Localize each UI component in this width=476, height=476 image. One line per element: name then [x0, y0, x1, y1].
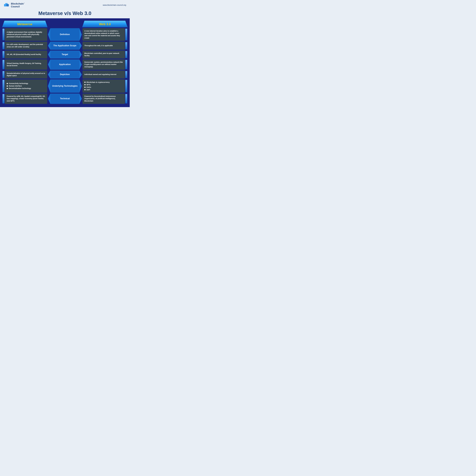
right-text-target: Blockchain controlled, peer-to-peer netw…	[84, 52, 123, 57]
right-tab-7	[125, 94, 127, 103]
web3-header-title: Web 3.0	[99, 22, 111, 26]
left-bullets-technologies: Connectivity technology Human interface …	[7, 82, 31, 90]
center-label-technologies: Underlying Technologies	[52, 85, 78, 87]
left-text-technical: Powered by wifi6, 6G, Spatial computing(…	[7, 95, 45, 102]
right-arrow-technical	[79, 94, 82, 104]
right-arrow-scope	[79, 42, 82, 50]
row-scope: It is still under development, and the p…	[2, 42, 128, 50]
right-bullet-3: DAOs	[84, 86, 110, 88]
left-arrow-definition	[48, 28, 50, 41]
right-tab-2	[125, 42, 127, 49]
right-bullet-1: Blockchain & cryptocurrency	[84, 81, 110, 84]
bullet-dot-1	[7, 83, 8, 84]
main-title: Metaverse v/s Web 3.0	[0, 11, 130, 16]
right-tab-5	[125, 71, 127, 78]
right-text-depiction: Individual owned and regulating internet	[84, 73, 116, 76]
right-text-application: Democratic system, permissionless networ…	[84, 61, 123, 68]
bullet-dot-r4	[84, 89, 85, 90]
left-text-scope: It is still under development, and the p…	[7, 43, 45, 48]
left-tab-2	[2, 42, 4, 49]
right-cell-technical: Powered by Decentralized Autonomous Orga…	[83, 94, 125, 104]
left-cell-technologies: Connectivity technology Human interface …	[5, 79, 47, 93]
right-cell-depiction: Individual owned and regulating internet	[83, 70, 125, 79]
center-label-technical: Technical	[60, 97, 70, 100]
left-arrow-scope	[48, 42, 50, 50]
center-scope: The Application Scope	[48, 42, 82, 50]
row-depiction: Dematerialization of physical entity aro…	[2, 70, 128, 79]
right-bullet-2: NFTs	[84, 84, 110, 86]
left-cell-depiction: Dematerialization of physical entity aro…	[5, 70, 47, 79]
right-bullets-technologies: Blockchain & cryptocurrency NFTs DAOs De…	[84, 81, 110, 91]
row-technologies: Connectivity technology Human interface …	[2, 79, 128, 93]
left-arrow-application	[48, 59, 50, 70]
right-cell-definition: A new internet iteration aims to establi…	[83, 28, 125, 41]
bullet-dot-3	[7, 88, 8, 89]
left-bullet-2: Human interface	[7, 85, 31, 87]
left-bullet-1: Connectivity technology	[7, 82, 31, 85]
row-application: Virtual Gaming, Health Surgery, 3d Train…	[2, 59, 128, 70]
left-cell-scope: It is still under development, and the p…	[5, 42, 47, 50]
center-body-technical: Technical	[50, 94, 79, 104]
left-tab-6	[2, 80, 4, 92]
left-cell-target: VR, AR, XR (Extended Reality) world faci…	[5, 51, 47, 59]
web3-header: Web 3.0	[82, 21, 128, 27]
bullet-dot-r1	[84, 82, 85, 83]
bullet-dot-2	[7, 85, 8, 87]
metaverse-header: Metaverse	[2, 21, 48, 27]
right-bullet-4: DeFi	[84, 88, 110, 91]
right-arrow-depiction	[79, 70, 82, 79]
left-bullet-3: Decentralization technology	[7, 87, 31, 90]
left-tab-1	[2, 29, 4, 40]
right-arrow-definition	[79, 28, 82, 41]
right-arrow-target	[79, 51, 82, 59]
right-cell-scope: Throughout the web, it is applicable	[83, 42, 125, 50]
blockchain-logo-icon	[3, 2, 10, 8]
bullet-dot-r2	[84, 84, 85, 85]
row-definition: A digital environment that combines digi…	[2, 28, 128, 41]
center-technical: Technical	[48, 94, 82, 104]
right-arrow-application	[79, 59, 82, 70]
center-target: Target	[48, 51, 82, 59]
center-label-scope: The Application Scope	[53, 44, 76, 47]
center-body-target: Target	[50, 51, 79, 59]
right-tab-1	[125, 29, 127, 40]
center-depiction: Depiction	[48, 70, 82, 79]
column-headers: Metaverse Web 3.0	[2, 21, 128, 27]
right-arrow-technologies	[79, 79, 82, 93]
center-application: Application	[48, 59, 82, 70]
row-technical: Powered by wifi6, 6G, Spatial computing(…	[2, 94, 128, 104]
right-text-technical: Powered by Decentralized Autonomous Orga…	[84, 95, 123, 102]
left-text-target: VR, AR, XR (Extended Reality) world faci…	[7, 53, 41, 56]
left-arrow-technologies	[48, 79, 50, 93]
left-tab-7	[2, 94, 4, 103]
center-label-target: Target	[62, 53, 68, 56]
right-cell-target: Blockchain controlled, peer-to-peer netw…	[83, 51, 125, 59]
right-text-scope: Throughout the web, it is applicable	[84, 45, 113, 47]
logo-text: Blockchain™ Council	[11, 2, 25, 8]
right-tab-6	[125, 80, 127, 92]
right-tab-4	[125, 60, 127, 69]
left-arrow-depiction	[48, 70, 50, 79]
metaverse-header-title: Metaverse	[17, 22, 32, 26]
center-body-definition: Definition	[50, 28, 79, 41]
logo-name: Blockchain™	[11, 2, 25, 5]
right-cell-application: Democratic system, permissionless networ…	[83, 59, 125, 70]
main-title-area: Metaverse v/s Web 3.0	[0, 9, 130, 18]
svg-rect-2	[6, 4, 9, 6]
left-cell-technical: Powered by wifi6, 6G, Spatial computing(…	[5, 94, 47, 104]
bullet-dot-r3	[84, 87, 85, 88]
left-text-depiction: Dematerialization of physical entity aro…	[7, 72, 45, 77]
header: Blockchain™ Council www.blockchain-counc…	[0, 0, 130, 9]
website-url: www.blockchain-council.org	[103, 4, 126, 6]
left-text-application: Virtual Gaming, Health Surgery, 3d Train…	[7, 62, 45, 67]
left-cell-definition: A digital environment that combines digi…	[5, 28, 47, 41]
left-cell-application: Virtual Gaming, Health Surgery, 3d Train…	[5, 59, 47, 70]
content-area: Metaverse Web 3.0 A digital environment …	[0, 18, 130, 107]
center-definition: Definition	[48, 28, 82, 41]
left-arrow-target	[48, 51, 50, 59]
right-tab-3	[125, 51, 127, 58]
left-tab-5	[2, 71, 4, 78]
center-label-definition: Definition	[60, 33, 70, 36]
center-body-scope: The Application Scope	[50, 42, 79, 50]
center-body-technologies: Underlying Technologies	[50, 79, 79, 93]
